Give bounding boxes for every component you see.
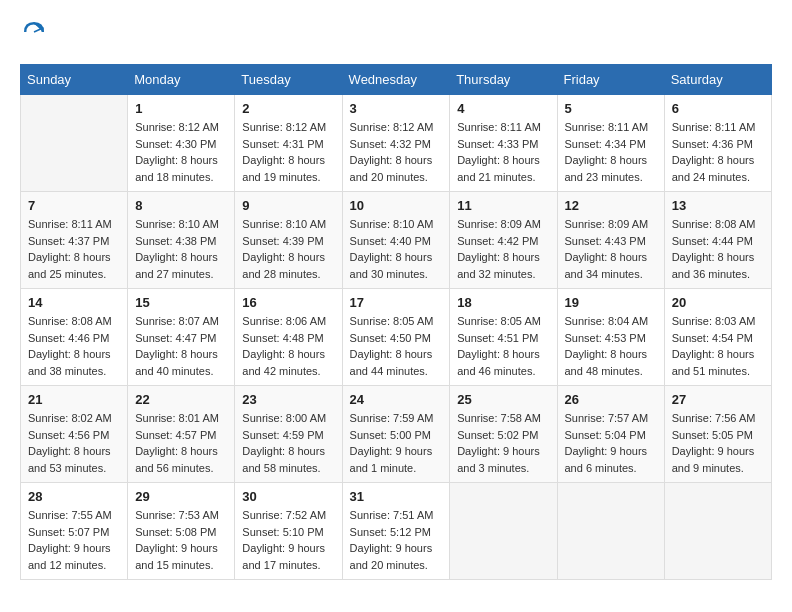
calendar-table: SundayMondayTuesdayWednesdayThursdayFrid… bbox=[20, 64, 772, 580]
day-info: Sunrise: 7:53 AM Sunset: 5:08 PM Dayligh… bbox=[135, 507, 227, 573]
calendar-cell: 17Sunrise: 8:05 AM Sunset: 4:50 PM Dayli… bbox=[342, 289, 450, 386]
day-number: 21 bbox=[28, 392, 120, 407]
day-info: Sunrise: 8:06 AM Sunset: 4:48 PM Dayligh… bbox=[242, 313, 334, 379]
day-number: 14 bbox=[28, 295, 120, 310]
calendar-cell: 16Sunrise: 8:06 AM Sunset: 4:48 PM Dayli… bbox=[235, 289, 342, 386]
logo-icon bbox=[22, 20, 46, 44]
logo bbox=[20, 20, 46, 48]
day-number: 4 bbox=[457, 101, 549, 116]
day-number: 18 bbox=[457, 295, 549, 310]
day-info: Sunrise: 8:03 AM Sunset: 4:54 PM Dayligh… bbox=[672, 313, 764, 379]
calendar-cell: 30Sunrise: 7:52 AM Sunset: 5:10 PM Dayli… bbox=[235, 483, 342, 580]
calendar-cell: 6Sunrise: 8:11 AM Sunset: 4:36 PM Daylig… bbox=[664, 95, 771, 192]
calendar-cell: 5Sunrise: 8:11 AM Sunset: 4:34 PM Daylig… bbox=[557, 95, 664, 192]
day-number: 10 bbox=[350, 198, 443, 213]
calendar-cell: 3Sunrise: 8:12 AM Sunset: 4:32 PM Daylig… bbox=[342, 95, 450, 192]
calendar-cell: 7Sunrise: 8:11 AM Sunset: 4:37 PM Daylig… bbox=[21, 192, 128, 289]
calendar-cell: 29Sunrise: 7:53 AM Sunset: 5:08 PM Dayli… bbox=[128, 483, 235, 580]
day-info: Sunrise: 8:08 AM Sunset: 4:44 PM Dayligh… bbox=[672, 216, 764, 282]
day-info: Sunrise: 8:05 AM Sunset: 4:51 PM Dayligh… bbox=[457, 313, 549, 379]
calendar-cell: 10Sunrise: 8:10 AM Sunset: 4:40 PM Dayli… bbox=[342, 192, 450, 289]
weekday-header-sunday: Sunday bbox=[21, 65, 128, 95]
day-info: Sunrise: 8:11 AM Sunset: 4:36 PM Dayligh… bbox=[672, 119, 764, 185]
day-number: 20 bbox=[672, 295, 764, 310]
day-number: 1 bbox=[135, 101, 227, 116]
day-info: Sunrise: 8:07 AM Sunset: 4:47 PM Dayligh… bbox=[135, 313, 227, 379]
day-number: 24 bbox=[350, 392, 443, 407]
day-info: Sunrise: 8:01 AM Sunset: 4:57 PM Dayligh… bbox=[135, 410, 227, 476]
weekday-header-tuesday: Tuesday bbox=[235, 65, 342, 95]
weekday-header-friday: Friday bbox=[557, 65, 664, 95]
day-info: Sunrise: 8:10 AM Sunset: 4:40 PM Dayligh… bbox=[350, 216, 443, 282]
calendar-cell: 15Sunrise: 8:07 AM Sunset: 4:47 PM Dayli… bbox=[128, 289, 235, 386]
calendar-cell: 20Sunrise: 8:03 AM Sunset: 4:54 PM Dayli… bbox=[664, 289, 771, 386]
calendar-cell: 21Sunrise: 8:02 AM Sunset: 4:56 PM Dayli… bbox=[21, 386, 128, 483]
day-number: 17 bbox=[350, 295, 443, 310]
calendar-cell bbox=[664, 483, 771, 580]
calendar-cell: 23Sunrise: 8:00 AM Sunset: 4:59 PM Dayli… bbox=[235, 386, 342, 483]
day-info: Sunrise: 8:12 AM Sunset: 4:31 PM Dayligh… bbox=[242, 119, 334, 185]
calendar-cell bbox=[557, 483, 664, 580]
calendar-cell: 1Sunrise: 8:12 AM Sunset: 4:30 PM Daylig… bbox=[128, 95, 235, 192]
day-info: Sunrise: 8:04 AM Sunset: 4:53 PM Dayligh… bbox=[565, 313, 657, 379]
day-number: 2 bbox=[242, 101, 334, 116]
calendar-cell: 26Sunrise: 7:57 AM Sunset: 5:04 PM Dayli… bbox=[557, 386, 664, 483]
calendar-cell: 8Sunrise: 8:10 AM Sunset: 4:38 PM Daylig… bbox=[128, 192, 235, 289]
calendar-cell: 11Sunrise: 8:09 AM Sunset: 4:42 PM Dayli… bbox=[450, 192, 557, 289]
calendar-cell: 24Sunrise: 7:59 AM Sunset: 5:00 PM Dayli… bbox=[342, 386, 450, 483]
day-number: 11 bbox=[457, 198, 549, 213]
calendar-cell: 25Sunrise: 7:58 AM Sunset: 5:02 PM Dayli… bbox=[450, 386, 557, 483]
calendar-cell: 4Sunrise: 8:11 AM Sunset: 4:33 PM Daylig… bbox=[450, 95, 557, 192]
day-info: Sunrise: 8:12 AM Sunset: 4:32 PM Dayligh… bbox=[350, 119, 443, 185]
calendar-cell bbox=[21, 95, 128, 192]
day-number: 22 bbox=[135, 392, 227, 407]
calendar-cell: 14Sunrise: 8:08 AM Sunset: 4:46 PM Dayli… bbox=[21, 289, 128, 386]
day-info: Sunrise: 7:56 AM Sunset: 5:05 PM Dayligh… bbox=[672, 410, 764, 476]
calendar-cell: 13Sunrise: 8:08 AM Sunset: 4:44 PM Dayli… bbox=[664, 192, 771, 289]
day-number: 6 bbox=[672, 101, 764, 116]
calendar-cell: 19Sunrise: 8:04 AM Sunset: 4:53 PM Dayli… bbox=[557, 289, 664, 386]
day-info: Sunrise: 8:09 AM Sunset: 4:42 PM Dayligh… bbox=[457, 216, 549, 282]
calendar-cell: 2Sunrise: 8:12 AM Sunset: 4:31 PM Daylig… bbox=[235, 95, 342, 192]
day-number: 12 bbox=[565, 198, 657, 213]
day-info: Sunrise: 8:12 AM Sunset: 4:30 PM Dayligh… bbox=[135, 119, 227, 185]
day-info: Sunrise: 8:08 AM Sunset: 4:46 PM Dayligh… bbox=[28, 313, 120, 379]
day-info: Sunrise: 7:58 AM Sunset: 5:02 PM Dayligh… bbox=[457, 410, 549, 476]
day-number: 16 bbox=[242, 295, 334, 310]
calendar-cell: 31Sunrise: 7:51 AM Sunset: 5:12 PM Dayli… bbox=[342, 483, 450, 580]
day-number: 19 bbox=[565, 295, 657, 310]
day-number: 9 bbox=[242, 198, 334, 213]
day-number: 15 bbox=[135, 295, 227, 310]
weekday-header-monday: Monday bbox=[128, 65, 235, 95]
day-number: 13 bbox=[672, 198, 764, 213]
day-number: 8 bbox=[135, 198, 227, 213]
day-info: Sunrise: 8:11 AM Sunset: 4:34 PM Dayligh… bbox=[565, 119, 657, 185]
day-number: 30 bbox=[242, 489, 334, 504]
day-info: Sunrise: 8:10 AM Sunset: 4:39 PM Dayligh… bbox=[242, 216, 334, 282]
calendar-cell: 12Sunrise: 8:09 AM Sunset: 4:43 PM Dayli… bbox=[557, 192, 664, 289]
day-number: 29 bbox=[135, 489, 227, 504]
calendar-cell: 27Sunrise: 7:56 AM Sunset: 5:05 PM Dayli… bbox=[664, 386, 771, 483]
calendar-cell: 22Sunrise: 8:01 AM Sunset: 4:57 PM Dayli… bbox=[128, 386, 235, 483]
day-info: Sunrise: 8:02 AM Sunset: 4:56 PM Dayligh… bbox=[28, 410, 120, 476]
day-info: Sunrise: 7:51 AM Sunset: 5:12 PM Dayligh… bbox=[350, 507, 443, 573]
day-number: 7 bbox=[28, 198, 120, 213]
day-info: Sunrise: 8:11 AM Sunset: 4:33 PM Dayligh… bbox=[457, 119, 549, 185]
day-info: Sunrise: 7:57 AM Sunset: 5:04 PM Dayligh… bbox=[565, 410, 657, 476]
day-number: 31 bbox=[350, 489, 443, 504]
day-info: Sunrise: 7:55 AM Sunset: 5:07 PM Dayligh… bbox=[28, 507, 120, 573]
day-number: 5 bbox=[565, 101, 657, 116]
day-number: 25 bbox=[457, 392, 549, 407]
weekday-header-thursday: Thursday bbox=[450, 65, 557, 95]
day-info: Sunrise: 7:59 AM Sunset: 5:00 PM Dayligh… bbox=[350, 410, 443, 476]
day-number: 27 bbox=[672, 392, 764, 407]
day-number: 3 bbox=[350, 101, 443, 116]
page-header bbox=[20, 20, 772, 48]
calendar-cell: 9Sunrise: 8:10 AM Sunset: 4:39 PM Daylig… bbox=[235, 192, 342, 289]
day-number: 26 bbox=[565, 392, 657, 407]
day-info: Sunrise: 8:05 AM Sunset: 4:50 PM Dayligh… bbox=[350, 313, 443, 379]
day-info: Sunrise: 8:00 AM Sunset: 4:59 PM Dayligh… bbox=[242, 410, 334, 476]
calendar-cell: 18Sunrise: 8:05 AM Sunset: 4:51 PM Dayli… bbox=[450, 289, 557, 386]
day-info: Sunrise: 7:52 AM Sunset: 5:10 PM Dayligh… bbox=[242, 507, 334, 573]
day-info: Sunrise: 8:10 AM Sunset: 4:38 PM Dayligh… bbox=[135, 216, 227, 282]
